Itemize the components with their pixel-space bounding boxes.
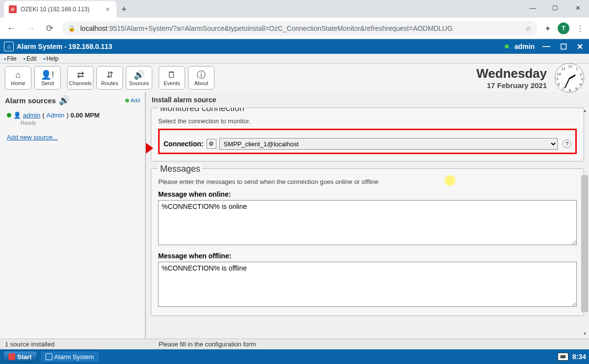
toolbar: ⌂Home 👤!Send ⇄Channels ⇵Routes 🔊Sources … bbox=[0, 64, 589, 92]
status-left: 1 source installed bbox=[0, 341, 146, 348]
channels-button[interactable]: ⇄Channels bbox=[67, 66, 94, 90]
app-title: Alarm System - 192.168.0.113 bbox=[17, 43, 112, 50]
help-icon[interactable]: ? bbox=[563, 139, 571, 148]
app-close-button[interactable]: ✕ bbox=[575, 42, 585, 51]
speaker-icon: 🔊 bbox=[59, 95, 70, 106]
browser-menu-icon[interactable]: ⋮ bbox=[576, 24, 584, 33]
url-path: /Alarm+System/?a=AlarmSource&typetoinsta… bbox=[124, 24, 452, 32]
scroll-up-icon[interactable]: ▴ bbox=[581, 107, 588, 114]
full-date: 17 February 2021 bbox=[476, 81, 547, 90]
fieldset-legend: Monitored connection bbox=[158, 108, 246, 114]
scroll-down-icon[interactable]: ▾ bbox=[581, 330, 588, 337]
back-button[interactable]: ← bbox=[5, 22, 18, 36]
url-host: localhost bbox=[80, 24, 107, 32]
page-title: Install alarm source bbox=[146, 92, 589, 108]
gear-icon[interactable]: ⚙ bbox=[207, 139, 216, 149]
sources-button[interactable]: 🔊Sources bbox=[126, 66, 152, 90]
add-source-button[interactable]: ⊕Add bbox=[125, 97, 140, 104]
scrollbar[interactable]: ▴ ▾ bbox=[581, 107, 588, 337]
os-close-button[interactable]: ✕ bbox=[566, 0, 589, 16]
form-area: Monitored connection Select the connecti… bbox=[146, 108, 589, 339]
status-right: Please fill in the configuration form bbox=[146, 341, 256, 348]
connection-highlight: Connection: ⚙ SMPP_client_1@localhost ? bbox=[158, 129, 577, 154]
send-icon: 👤! bbox=[41, 69, 54, 80]
routes-button[interactable]: ⇵Routes bbox=[96, 66, 123, 90]
online-message-input[interactable]: %CONNECTION% is online bbox=[158, 200, 577, 245]
date-display: Wednesday 17 February 2021 bbox=[476, 66, 550, 90]
app-icon: ⌂ bbox=[4, 42, 14, 51]
events-icon: 🗒 bbox=[167, 69, 176, 80]
source-status: Ready bbox=[21, 120, 138, 126]
url-input[interactable]: 🔒 localhost:9515/Alarm+System/?a=AlarmSo… bbox=[62, 21, 538, 36]
current-user[interactable]: admin bbox=[515, 43, 535, 50]
taskbar-app-icon bbox=[46, 353, 52, 360]
app-maximize-button[interactable]: ☐ bbox=[558, 42, 569, 51]
start-button[interactable]: Start bbox=[3, 351, 37, 363]
menu-file[interactable]: ▪File bbox=[4, 55, 17, 62]
offline-message-input[interactable]: %CONNECTION% is offline bbox=[158, 262, 577, 307]
status-bar: 1 source installed Please fill in the co… bbox=[0, 339, 589, 349]
right-pane: Install alarm source Monitored connectio… bbox=[146, 92, 589, 339]
app-minimize-button[interactable]: — bbox=[541, 42, 552, 51]
browser-tab[interactable]: ⊞ OZEKI 10 (192.168.0.113) × bbox=[4, 1, 117, 18]
new-tab-button[interactable]: + bbox=[117, 1, 132, 18]
connection-select[interactable]: SMPP_client_1@localhost bbox=[219, 138, 558, 150]
user-icon: 👤 bbox=[13, 112, 21, 119]
messages-fieldset: Messages Please enter the messages to se… bbox=[151, 168, 584, 316]
url-port: :9515 bbox=[107, 24, 124, 32]
connection-label: Connection: bbox=[164, 140, 204, 148]
source-item[interactable]: 👤 admin (Admin) 0.00 MPM Ready bbox=[0, 109, 145, 129]
tab-title: OZEKI 10 (192.168.0.113) bbox=[21, 6, 90, 13]
routes-icon: ⇵ bbox=[106, 69, 114, 80]
source-name-link[interactable]: admin bbox=[23, 112, 40, 119]
source-mpm: 0.00 MPM bbox=[71, 112, 99, 119]
home-icon: ⌂ bbox=[16, 69, 21, 80]
bookmark-star-icon[interactable]: ☆ bbox=[525, 24, 532, 32]
forward-button: → bbox=[24, 22, 37, 36]
sidebar-title: Alarm sources bbox=[5, 96, 56, 105]
offline-message-label: Message when offline: bbox=[158, 252, 577, 260]
lock-icon: 🔒 bbox=[68, 25, 75, 32]
main-content: Alarm sources 🔊 ⊕Add 👤 admin (Admin) 0.0… bbox=[0, 92, 589, 339]
home-button[interactable]: ⌂Home bbox=[5, 66, 31, 90]
extensions-icon[interactable]: ✦ bbox=[544, 24, 551, 33]
menu-edit[interactable]: ▪Edit bbox=[24, 55, 37, 62]
taskbar-clock: 8:34 bbox=[572, 353, 586, 361]
browser-chrome: — ☐ ✕ ⊞ OZEKI 10 (192.168.0.113) × + ← →… bbox=[0, 0, 589, 39]
sources-icon: 🔊 bbox=[134, 69, 144, 80]
add-new-source-link[interactable]: Add new source... bbox=[0, 129, 145, 146]
scroll-thumb[interactable] bbox=[581, 175, 588, 312]
menu-bar: ▪File ▪Edit ▪Help bbox=[0, 54, 589, 64]
taskbar-item-alarm-system[interactable]: Alarm System bbox=[40, 351, 99, 363]
online-message-label: Message when online: bbox=[158, 190, 577, 198]
browser-address-bar: ← → ⟳ 🔒 localhost:9515/Alarm+System/?a=A… bbox=[0, 18, 589, 39]
sidebar: Alarm sources 🔊 ⊕Add 👤 admin (Admin) 0.0… bbox=[0, 92, 146, 339]
send-button[interactable]: 👤!Send bbox=[34, 66, 61, 90]
status-dot-icon bbox=[505, 45, 509, 48]
os-maximize-button[interactable]: ☐ bbox=[544, 0, 566, 16]
weekday: Wednesday bbox=[476, 66, 547, 81]
about-icon: ⓘ bbox=[197, 69, 206, 80]
events-button[interactable]: 🗒Events bbox=[159, 66, 185, 90]
reload-button[interactable]: ⟳ bbox=[44, 21, 55, 36]
taskbar: Start Alarm System ⌨ 8:34 bbox=[0, 349, 589, 364]
start-icon bbox=[8, 353, 15, 360]
channels-icon: ⇄ bbox=[77, 69, 84, 80]
online-dot-icon bbox=[7, 113, 11, 117]
menu-help[interactable]: ▪Help bbox=[44, 55, 59, 62]
keyboard-icon[interactable]: ⌨ bbox=[558, 353, 568, 361]
app-titlebar: ⌂ Alarm System - 192.168.0.113 admin — ☐… bbox=[0, 39, 589, 54]
about-button[interactable]: ⓘAbout bbox=[188, 66, 214, 90]
sidebar-header: Alarm sources 🔊 ⊕Add bbox=[0, 92, 145, 109]
fieldset-description: Please enter the messages to send when t… bbox=[158, 178, 577, 185]
tab-close-icon[interactable]: × bbox=[104, 4, 112, 14]
os-window-controls: — ☐ ✕ bbox=[521, 0, 589, 16]
analog-clock: 12 1 2 3 4 5 6 7 8 9 10 11 bbox=[555, 63, 584, 92]
browser-tab-bar: ⊞ OZEKI 10 (192.168.0.113) × + bbox=[0, 0, 589, 18]
os-minimize-button[interactable]: — bbox=[521, 0, 544, 16]
favicon-icon: ⊞ bbox=[9, 5, 17, 13]
red-arrow-annotation bbox=[146, 137, 153, 159]
profile-avatar[interactable]: T bbox=[558, 23, 569, 34]
source-role: Admin bbox=[47, 112, 65, 119]
monitored-connection-fieldset: Monitored connection Select the connecti… bbox=[151, 108, 584, 161]
